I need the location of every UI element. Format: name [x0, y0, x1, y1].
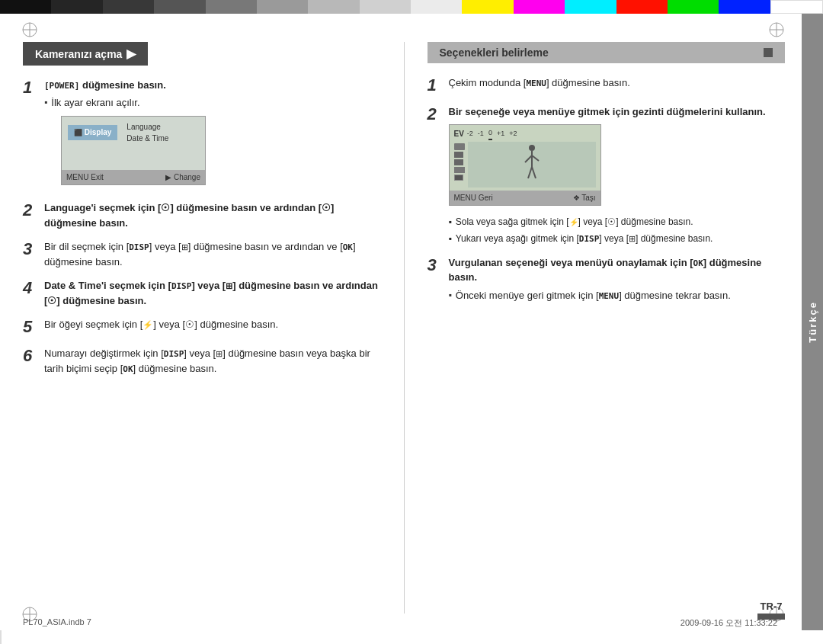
ev-row: EV -2 -1 0 +1 +2	[454, 128, 596, 141]
step-number-1: 1	[23, 78, 40, 98]
step-2-bullets: ▪ Sola veya sağa gitmek için [⚡] veya [☉…	[449, 215, 786, 246]
display-label: ⬛ Display	[68, 125, 117, 140]
cam-icon-4	[454, 167, 465, 173]
right-step-3-sub: ▪ Önceki menüye geri gitmek için [MENU] …	[449, 288, 786, 303]
right-step-number-2: 2	[428, 104, 444, 124]
bullet-2: ▪ Yukarı veya aşağı gitmek için [DISP] v…	[449, 232, 786, 246]
right-step-content-1: Çekim modunda [MENU] düğmesine basın.	[449, 75, 786, 91]
camera-content-area	[454, 142, 596, 187]
right-column: Seçenekleri belirleme 1 Çekim modunda [M…	[412, 42, 786, 614]
left-header-bg: Kameranızı açma ▶	[23, 42, 148, 66]
svg-point-12	[529, 145, 535, 151]
left-column: Kameranızı açma ▶ 1 [POWER] düğmesine ba…	[23, 42, 396, 614]
right-step-content-2: Bir seçeneğe veya menüye gitmek için gez…	[449, 104, 786, 246]
square-icon	[764, 48, 773, 57]
footer-left: PL70_ASIA.indb 7	[23, 617, 91, 629]
left-step-1: 1 [POWER] düğmesine basın. ▪ İlk ayar ek…	[23, 78, 381, 191]
footer: PL70_ASIA.indb 7 2009-09-16 오전 11:33:22	[23, 617, 777, 629]
step-number-2: 2	[23, 200, 40, 220]
step-content-4: Date & Time'i seçmek için [DISP] veya [⊞…	[44, 278, 381, 308]
right-arrow-icon: ▶	[126, 46, 136, 61]
bullet-1: ▪ Sola veya sağa gitmek için [⚡] veya [☉…	[449, 215, 786, 229]
left-header-title: Kameranızı açma	[35, 48, 122, 60]
top-color-bar	[0, 0, 823, 14]
camera-ui-labels: Language Date & Time	[126, 121, 168, 144]
left-step-3: 3 Bir dil seçmek için [DISP] veya [⊞] dü…	[23, 239, 381, 269]
step-number-3: 3	[23, 239, 40, 259]
bottom-color-bar	[0, 630, 823, 644]
right-section-header: Seçenekleri belirleme	[428, 42, 786, 63]
reg-mark-tr	[768, 21, 785, 38]
left-step-6: 6 Numarayı değiştirmek için [DISP] veya …	[23, 346, 381, 376]
right-step-content-3: Vurgulanan seçeneği veya menüyü onaylama…	[449, 255, 786, 303]
stick-figure-svg	[520, 144, 543, 185]
step-content-2: Language'i seçmek için [☉] düğmesine bas…	[44, 200, 381, 230]
cam-icon-5	[454, 175, 463, 181]
left-step-2: 2 Language'i seçmek için [☉] düğmesine b…	[23, 200, 381, 230]
reg-mark-tl	[21, 21, 38, 38]
right-step-number-3: 3	[428, 255, 444, 275]
right-header-title: Seçenekleri belirleme	[440, 46, 549, 59]
camera-ui-bottom: MENU Exit ▶ Change	[62, 170, 205, 184]
svg-line-14	[525, 155, 532, 162]
left-step-5: 5 Bir öğeyi seçmek için [⚡] veya [☉] düğ…	[23, 317, 381, 337]
step-number-4: 4	[23, 278, 40, 298]
step-1-sub: ▪ İlk ayar ekranı açılır.	[44, 95, 381, 111]
left-section-header: Kameranızı açma ▶	[23, 42, 381, 66]
right-header-bg: Seçenekleri belirleme	[428, 42, 786, 63]
step-content-3: Bir dil seçmek için [DISP] veya [⊞] düğm…	[44, 239, 381, 269]
footer-right: 2009-09-16 오전 11:33:22	[680, 617, 777, 629]
camera-ui-inner: ⬛ Display Language Date & Time	[62, 117, 205, 170]
svg-line-17	[532, 167, 536, 178]
svg-line-15	[532, 155, 539, 161]
step-content-6: Numarayı değiştirmek için [DISP] veya [⊞…	[44, 346, 381, 376]
right-step-2: 2 Bir seçeneğe veya menüye gitmek için g…	[428, 104, 786, 246]
step-number-5: 5	[23, 317, 40, 337]
right-step-1: 1 Çekim modunda [MENU] düğmesine basın.	[428, 75, 786, 95]
left-step-4: 4 Date & Time'i seçmek için [DISP] veya …	[23, 278, 381, 308]
step-content-5: Bir öğeyi seçmek için [⚡] veya [☉] düğme…	[44, 317, 381, 332]
camera-icons-col	[454, 142, 465, 187]
camera-ui-right-top: EV -2 -1 0 +1 +2	[450, 125, 600, 191]
camera-figure	[468, 142, 596, 187]
right-step-number-1: 1	[428, 75, 444, 95]
step-content-1: [POWER] düğmesine basın. ▪ İlk ayar ekra…	[44, 78, 381, 191]
step-number-6: 6	[23, 346, 40, 366]
svg-line-16	[528, 167, 532, 178]
column-divider	[404, 42, 405, 614]
camera-ui-right-bottom: MENU Geri ❖ Taşı	[450, 191, 600, 205]
cam-icon-3	[454, 159, 463, 165]
sidebar: Türkçe	[802, 14, 823, 630]
sidebar-label: Türkçe	[807, 301, 818, 343]
camera-ui-right-mockup: EV -2 -1 0 +1 +2	[449, 124, 601, 207]
camera-ui-mockup: ⬛ Display Language Date & Time MENU Exit…	[61, 116, 206, 185]
right-step-3: 3 Vurgulanan seçeneği veya menüyü onayla…	[428, 255, 786, 303]
cam-icon-1	[454, 143, 465, 150]
cam-icon-2	[454, 152, 463, 158]
camera-ui-row: ⬛ Display Language Date & Time	[68, 121, 199, 144]
